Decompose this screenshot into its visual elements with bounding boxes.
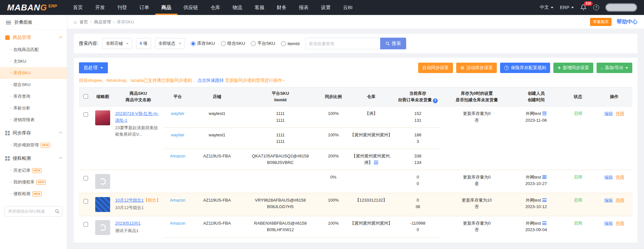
- brand-logo[interactable]: MABAN G ERP: [7, 3, 57, 12]
- list-icon[interactable]: [542, 221, 547, 225]
- nav-item[interactable]: 报表: [293, 0, 315, 15]
- nav-item[interactable]: 刊登: [111, 0, 133, 15]
- topnav-right: 中文 ERP 210: [540, 4, 637, 11]
- product-thumbnail[interactable]: [95, 110, 110, 125]
- nav-item[interactable]: 供应链: [177, 0, 204, 15]
- sidebar-item-label: 组合SKU: [13, 82, 31, 88]
- sidebar-item[interactable]: 我的侵权库NEW: [0, 176, 67, 188]
- sidebar-item[interactable]: 历史记录NEW: [0, 165, 67, 176]
- erp-select[interactable]: ERP: [560, 5, 574, 10]
- platform-link[interactable]: wayfair: [171, 132, 184, 137]
- platform-link[interactable]: Amazon: [170, 154, 186, 158]
- row-checkbox[interactable]: [84, 222, 88, 227]
- edit-link[interactable]: 编辑: [604, 175, 613, 180]
- nav-item[interactable]: 云BI: [337, 0, 359, 15]
- nav-item[interactable]: 首页: [67, 0, 89, 15]
- edit-link[interactable]: 编辑: [604, 221, 613, 226]
- list-icon[interactable]: [374, 161, 378, 164]
- list-icon[interactable]: [542, 198, 547, 202]
- shop-select[interactable]: 全部店铺: [102, 38, 132, 49]
- sidebar-section-label: 侵权检测: [13, 156, 31, 161]
- toolbar-button[interactable]: 保险库存配置规则: [500, 63, 550, 73]
- disable-link[interactable]: 停用: [616, 111, 624, 116]
- status-cell: 启用: [560, 106, 596, 170]
- sidebar-item[interactable]: 同步规则管理NEW: [0, 139, 67, 151]
- help-icon[interactable]: [433, 98, 438, 103]
- product-thumbnail[interactable]: [95, 174, 110, 189]
- stock-cell: 1863: [394, 128, 441, 149]
- edit-link[interactable]: 编辑: [604, 111, 613, 116]
- sidebar-item[interactable]: 库存查询: [0, 91, 67, 102]
- platform-link[interactable]: wayfair: [171, 111, 184, 116]
- breadcrumb-item[interactable]: 库存SKU: [117, 19, 134, 25]
- batch-actions-button[interactable]: 批处理: [79, 62, 108, 73]
- nav-item[interactable]: 物流: [226, 0, 249, 15]
- batch-query-input[interactable]: [305, 38, 380, 49]
- nav-item[interactable]: 设置: [315, 0, 337, 15]
- buy-quota-button[interactable]: 单量购买: [590, 18, 612, 26]
- disable-link[interactable]: 停用: [616, 175, 624, 180]
- breadcrumb-item[interactable]: 首页: [80, 19, 92, 25]
- toolbar-button[interactable]: 添加/导出: [597, 63, 632, 73]
- row-checkbox[interactable]: [84, 112, 88, 117]
- sidebar-item[interactable]: 组合SKU: [0, 79, 67, 91]
- product-thumbnail[interactable]: [95, 197, 110, 212]
- toolbar-button[interactable]: 活动库存设置: [456, 63, 497, 73]
- sku-link[interactable]: 20230511001: [115, 221, 141, 226]
- nav-item[interactable]: 开发: [89, 0, 111, 15]
- row-checkbox[interactable]: [84, 199, 88, 204]
- nav-item[interactable]: 订单: [133, 0, 155, 15]
- row-select-cell: [79, 193, 92, 216]
- toolbar-button[interactable]: 新增同步设置: [553, 63, 593, 73]
- radio-option[interactable]: 库存SKU: [191, 41, 215, 46]
- sku-link[interactable]: 20230718-V领-红色-m-涤纶-1: [115, 111, 159, 122]
- radio-option[interactable]: 平台SKU: [251, 41, 275, 46]
- radio-input[interactable]: [221, 41, 226, 46]
- notifications-bell[interactable]: 210: [580, 4, 587, 11]
- user-account[interactable]: [606, 4, 637, 11]
- sidebar-section-header[interactable]: 侵权检测: [0, 151, 67, 165]
- search-button[interactable]: 搜索: [380, 38, 406, 49]
- nav-item[interactable]: 财务: [271, 0, 293, 15]
- sidebar-item[interactable]: 库龄分析: [0, 102, 67, 114]
- selected-count-box[interactable]: 0 项: [136, 38, 151, 49]
- toolbar: 批处理 自动同步设置活动库存设置保险库存配置规则新增同步设置添加/导出: [79, 62, 632, 73]
- sidebar-item[interactable]: 进销存报表: [0, 114, 67, 126]
- product-thumbnail[interactable]: [95, 220, 110, 235]
- status-select[interactable]: 全部状态: [155, 38, 185, 49]
- search-icon[interactable]: [55, 209, 60, 214]
- list-icon[interactable]: [542, 175, 547, 179]
- nav-item[interactable]: 客服: [249, 0, 271, 15]
- select-all-checkbox[interactable]: [84, 94, 88, 99]
- sidebar-item[interactable]: 在线商品匹配: [0, 44, 67, 56]
- sidebar-item[interactable]: 主SKU: [0, 56, 67, 67]
- radio-input[interactable]: [281, 41, 286, 46]
- nav-item[interactable]: 仓库: [204, 0, 226, 15]
- nav-item[interactable]: 商品: [155, 0, 177, 15]
- collapse-panel-toggle[interactable]: 折叠面板: [0, 15, 67, 30]
- toolbar-button[interactable]: 自动同步设置: [418, 63, 453, 73]
- sidebar-section-header[interactable]: 商品管理: [0, 30, 67, 44]
- radio-input[interactable]: [251, 41, 256, 46]
- sidebar-item[interactable]: 库存SKU: [0, 67, 67, 79]
- disable-link[interactable]: 停用: [616, 198, 624, 203]
- platform-link[interactable]: Amazon: [170, 198, 186, 203]
- home-icon[interactable]: ⌂: [74, 19, 77, 25]
- radio-option[interactable]: 组合SKU: [221, 41, 245, 46]
- sidebar-section-header[interactable]: 同步库存: [0, 126, 67, 139]
- list-icon[interactable]: [542, 112, 547, 115]
- help-circle-icon[interactable]: [593, 5, 599, 10]
- sidebar-item[interactable]: 侵权检测NEW: [0, 188, 67, 200]
- quick-jump-link[interactable]: 点击快速跳转: [198, 78, 224, 83]
- help-center-link[interactable]: 帮助中心: [617, 19, 638, 25]
- sku-quick-search-input[interactable]: [5, 206, 62, 217]
- language-select[interactable]: 中文: [540, 5, 553, 10]
- breadcrumb-item[interactable]: 商品管理: [94, 19, 114, 25]
- radio-input[interactable]: [191, 41, 196, 46]
- radio-option[interactable]: itemId: [281, 41, 300, 46]
- disable-link[interactable]: 停用: [616, 221, 624, 226]
- edit-link[interactable]: 编辑: [604, 198, 613, 203]
- row-checkbox[interactable]: [84, 176, 88, 181]
- platform-link[interactable]: Amazon: [170, 221, 186, 226]
- sku-link[interactable]: 10月12号组合1: [115, 198, 144, 203]
